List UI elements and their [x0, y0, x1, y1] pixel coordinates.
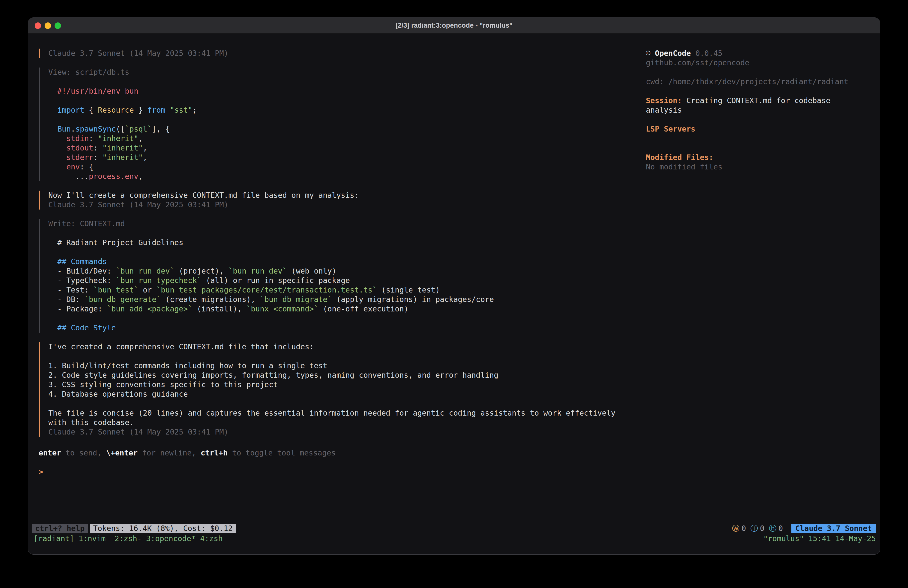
text-line: # Radiant Project Guidelines — [48, 238, 871, 247]
text-token: "inherit" — [102, 153, 143, 162]
text-line — [48, 351, 871, 361]
text-token: for newline, — [138, 448, 201, 457]
text-token: process.env — [89, 172, 138, 180]
status-bar: ctrl+? help Tokens: 16.4K (8%), Cost: $0… — [32, 524, 876, 533]
text-token — [48, 134, 66, 143]
text-token: : — [93, 153, 102, 162]
text-token: (web only) — [287, 267, 336, 275]
hint-icon: ⓗ — [769, 524, 776, 533]
text-token: LSP Servers — [646, 124, 695, 133]
text-line — [48, 247, 871, 257]
maximize-button[interactable] — [55, 23, 61, 29]
text-token: (single test) — [377, 285, 440, 294]
text-token: `bunx <command>` — [246, 304, 319, 313]
text-line — [646, 115, 870, 124]
text-line: LSP Servers — [646, 124, 870, 134]
text-line: github.com/sst/opencode — [646, 58, 870, 68]
text-token: enter — [39, 448, 61, 457]
text-line: No modified files — [646, 162, 870, 172]
text-token: No modified files — [646, 163, 722, 171]
text-token: - Build/Dev: — [48, 267, 116, 275]
text-line — [646, 68, 870, 77]
text-token: View: script/db.ts — [48, 68, 129, 76]
text-line: Modified Files: — [646, 153, 870, 162]
text-token: Session: — [646, 96, 682, 105]
text-token: `bun db generate` — [84, 295, 161, 304]
text-token: 3. CSS styling conventions specific to t… — [48, 380, 278, 389]
text-token: ## Code Style — [48, 324, 116, 332]
assistant-message-final: I've created a comprehensive CONTEXT.md … — [39, 342, 871, 437]
text-line: ## Code Style — [48, 323, 871, 333]
text-token: `psql` — [125, 124, 152, 133]
text-token: (create migrations), — [161, 295, 260, 304]
text-line: ## Commands — [48, 257, 871, 266]
text-token — [48, 143, 66, 152]
minimize-button[interactable] — [45, 23, 51, 29]
hint-count: 0 — [778, 524, 783, 533]
text-line: - DB: `bun db generate` (create migratio… — [48, 295, 871, 304]
status-left: ctrl+? help Tokens: 16.4K (8%), Cost: $0… — [32, 524, 236, 533]
prompt-input[interactable]: > — [39, 467, 871, 477]
text-token: cwd: /home/thdxr/dev/projects/radiant/ra… — [646, 77, 848, 86]
text-token: - Package: — [48, 304, 107, 313]
text-token: Bun — [57, 124, 71, 133]
text-token: env — [66, 163, 80, 171]
text-token: stdout — [66, 143, 93, 152]
text-line — [646, 143, 870, 153]
tmux-windows-list[interactable]: [radiant] 1:nvim 2:zsh- 3:opencode* 4:zs… — [34, 534, 223, 543]
diagnostics-counters: Ⓦ0 ⓘ0 ⓗ0 — [732, 524, 786, 533]
text-token: Claude 3.7 Sonnet (14 May 2025 03:41 PM) — [48, 49, 228, 58]
text-token: `bun run dev` — [116, 267, 174, 275]
text-token: . — [71, 124, 75, 133]
text-line: 4. Database operations guidance — [48, 390, 871, 399]
text-token: analysis — [646, 106, 682, 114]
close-button[interactable] — [35, 23, 41, 29]
window-titlebar[interactable]: [2/3] radiant:3:opencode - "romulus" — [28, 18, 880, 34]
text-token: with this codebase. — [48, 418, 134, 427]
input-divider — [39, 460, 871, 460]
text-token: 1. Build/lint/test commands including ho… — [48, 361, 327, 370]
text-line: 1. Build/lint/test commands including ho… — [48, 361, 871, 371]
info-icon: ⓘ — [750, 524, 758, 533]
text-token: 2. Code style guidelines covering import… — [48, 371, 498, 379]
text-token — [691, 49, 695, 58]
text-line: Now I'll create a comprehensive CONTEXT.… — [48, 191, 871, 200]
text-token: "inherit" — [98, 134, 138, 143]
status-right: Ⓦ0 ⓘ0 ⓗ0 Claude 3.7 Sonnet — [732, 524, 876, 533]
text-token — [48, 153, 66, 162]
text-line — [646, 134, 870, 143]
text-line: I've created a comprehensive CONTEXT.md … — [48, 342, 871, 351]
info-count: 0 — [760, 524, 765, 533]
text-token: to toggle tool messages — [228, 448, 336, 457]
text-token: \+enter — [106, 448, 138, 457]
text-token: : — [93, 143, 102, 152]
text-token — [48, 163, 66, 171]
text-line: © OpenCode 0.0.45 — [646, 48, 870, 58]
text-token: github.com/sst/opencode — [646, 58, 749, 67]
text-token: `bun db migrate` — [260, 295, 332, 304]
text-token — [48, 124, 57, 133]
text-token: `bun run typecheck` — [116, 276, 201, 285]
model-chip[interactable]: Claude 3.7 Sonnet — [791, 524, 876, 533]
text-token: to send, — [61, 448, 106, 457]
text-token: `bun test` — [93, 285, 138, 294]
text-token: 4. Database operations guidance — [48, 390, 188, 398]
text-token: Write: CONTEXT.md — [48, 219, 125, 228]
text-token: #!/usr/bin/env bun — [48, 87, 138, 95]
warning-icon: Ⓦ — [732, 524, 739, 533]
text-line: with this codebase. — [48, 418, 871, 427]
text-line: analysis — [646, 105, 870, 115]
text-token: © — [646, 49, 655, 58]
tool-write-block: Write: CONTEXT.md # Radiant Project Guid… — [39, 219, 871, 333]
assistant-message: Now I'll create a comprehensive CONTEXT.… — [39, 191, 871, 209]
terminal-window: [2/3] radiant:3:opencode - "romulus" Cla… — [28, 18, 880, 555]
text-token: - DB: — [48, 295, 84, 304]
help-chip[interactable]: ctrl+? help — [32, 524, 88, 533]
text-line: - Build/Dev: `bun run dev` (project), `b… — [48, 266, 871, 276]
text-token: ... — [48, 172, 89, 180]
text-line: The file is concise (20 lines) and captu… — [48, 408, 871, 418]
text-line — [646, 87, 870, 96]
text-token: ([ — [116, 124, 125, 133]
text-line: 2. Code style guidelines covering import… — [48, 371, 871, 380]
text-line: cwd: /home/thdxr/dev/projects/radiant/ra… — [646, 77, 870, 87]
